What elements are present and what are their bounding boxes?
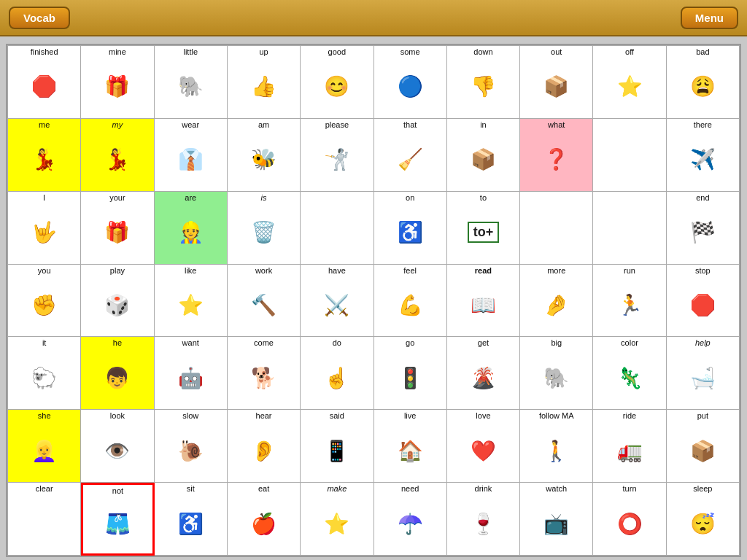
- cell-like[interactable]: like⭐: [155, 265, 228, 338]
- cell-bad[interactable]: bad😩: [667, 46, 740, 119]
- cell-watch[interactable]: watch📺: [520, 483, 593, 556]
- cell-empty3_9[interactable]: [593, 192, 666, 265]
- cell-she[interactable]: she👱‍♀️: [8, 410, 81, 483]
- cell-live[interactable]: live🏠: [374, 410, 447, 483]
- cell-in[interactable]: in📦: [447, 119, 520, 192]
- cell-there[interactable]: there✈️: [667, 119, 740, 192]
- cell-little[interactable]: little🐘: [155, 46, 228, 119]
- cell-wear[interactable]: wear👔: [155, 119, 228, 192]
- cell-icon-come: 🐕: [229, 348, 298, 409]
- cell-icon-sit: ♿: [156, 493, 225, 554]
- cell-is[interactable]: is🗑️: [228, 192, 301, 265]
- cell-icon-your: 🎁: [82, 202, 152, 263]
- cell-empty3_8[interactable]: [520, 192, 593, 265]
- cell-label-turn: turn: [595, 484, 664, 493]
- cell-up[interactable]: up👍: [228, 46, 301, 119]
- menu-button[interactable]: Menu: [681, 7, 738, 29]
- cell-eat[interactable]: eat🍎: [228, 483, 301, 556]
- cell-please[interactable]: please🤺: [301, 119, 374, 192]
- cell-run[interactable]: run🏃: [593, 265, 666, 338]
- cell-label-on: on: [376, 193, 445, 202]
- cell-icon-empty3_9: [595, 193, 664, 263]
- vocab-grid: finished🛑mine🎁little🐘up👍good😊some🔵down👎o…: [7, 45, 740, 556]
- cell-ride[interactable]: ride🚛: [593, 410, 666, 483]
- cell-feel[interactable]: feel💪: [374, 265, 447, 338]
- cell-I[interactable]: I🤟: [8, 192, 81, 265]
- cell-play[interactable]: play🎲: [81, 265, 154, 338]
- cell-icon-there: ✈️: [668, 129, 738, 190]
- cell-label-finished: finished: [9, 47, 79, 56]
- cell-he[interactable]: he👦: [81, 337, 154, 410]
- cell-mine[interactable]: mine🎁: [81, 46, 154, 119]
- cell-come[interactable]: come🐕: [228, 337, 301, 410]
- cell-make[interactable]: make⭐: [301, 483, 374, 556]
- cell-look[interactable]: look👁️: [81, 410, 154, 483]
- cell-icon-little: 🐘: [156, 56, 225, 117]
- cell-your[interactable]: your🎁: [81, 192, 154, 265]
- cell-what[interactable]: what❓: [520, 119, 593, 192]
- cell-have[interactable]: have⚔️: [301, 265, 374, 338]
- cell-are[interactable]: are👷: [155, 192, 228, 265]
- cell-icon-I: 🤟: [9, 202, 79, 263]
- cell-help[interactable]: help🛁: [667, 337, 740, 410]
- cell-follow[interactable]: follow MA🚶: [520, 410, 593, 483]
- cell-to[interactable]: toto+: [447, 192, 520, 265]
- cell-read[interactable]: read📖: [447, 265, 520, 338]
- cell-it[interactable]: it🐑: [8, 337, 81, 410]
- cell-label-bad: bad: [668, 47, 738, 56]
- cell-on[interactable]: on♿: [374, 192, 447, 265]
- cell-said[interactable]: said📱: [301, 410, 374, 483]
- cell-icon-me: 💃: [9, 129, 79, 190]
- cell-icon-said: 📱: [302, 420, 371, 481]
- cell-big[interactable]: big🐘: [520, 337, 593, 410]
- cell-me[interactable]: me💃: [8, 119, 81, 192]
- cell-icon-help: 🛁: [668, 348, 738, 409]
- cell-finished[interactable]: finished🛑: [8, 46, 81, 119]
- cell-color[interactable]: color🦎: [593, 337, 666, 410]
- cell-clear[interactable]: clear: [8, 483, 81, 556]
- cell-my[interactable]: my💃: [81, 119, 154, 192]
- cell-stop[interactable]: stop🛑: [667, 265, 740, 338]
- cell-icon-follow: 🚶: [522, 420, 591, 481]
- cell-end[interactable]: end🏁: [667, 192, 740, 265]
- cell-sit[interactable]: sit♿: [155, 483, 228, 556]
- cell-icon-in: 📦: [449, 129, 518, 190]
- cell-label-little: little: [156, 47, 225, 56]
- cell-do[interactable]: do☝️: [301, 337, 374, 410]
- cell-label-me: me: [9, 120, 79, 129]
- cell-out[interactable]: out📦: [520, 46, 593, 119]
- cell-not[interactable]: not🩳: [81, 483, 154, 556]
- cell-sleep[interactable]: sleep😴: [667, 483, 740, 556]
- cell-hear[interactable]: hear👂: [228, 410, 301, 483]
- cell-good[interactable]: good😊: [301, 46, 374, 119]
- cell-drink[interactable]: drink🍷: [447, 483, 520, 556]
- cell-you[interactable]: you✊: [8, 265, 81, 338]
- vocab-button[interactable]: Vocab: [9, 7, 70, 29]
- cell-icon-some: 🔵: [376, 56, 445, 117]
- cell-need[interactable]: need☂️: [374, 483, 447, 556]
- cell-empty3_5[interactable]: [301, 192, 374, 265]
- cell-want[interactable]: want🤖: [155, 337, 228, 410]
- cell-love[interactable]: love❤️: [447, 410, 520, 483]
- cell-label-to: to: [449, 193, 518, 202]
- cell-turn[interactable]: turn⭕: [593, 483, 666, 556]
- cell-more[interactable]: more🤌: [520, 265, 593, 338]
- cell-icon-do: ☝️: [302, 348, 371, 409]
- cell-label-hear: hear: [229, 411, 298, 420]
- cell-icon-empty3_8: [522, 193, 591, 263]
- cell-work[interactable]: work🔨: [228, 265, 301, 338]
- cell-am[interactable]: am🐝: [228, 119, 301, 192]
- cell-label-make: make: [302, 484, 371, 493]
- cell-slow[interactable]: slow🐌: [155, 410, 228, 483]
- cell-get[interactable]: get🌋: [447, 337, 520, 410]
- cell-that[interactable]: that🧹: [374, 119, 447, 192]
- cell-put[interactable]: put📦: [667, 410, 740, 483]
- cell-label-good: good: [302, 47, 371, 56]
- cell-off[interactable]: off⭐: [593, 46, 666, 119]
- cell-label-feel: feel: [376, 266, 445, 275]
- cell-down[interactable]: down👎: [447, 46, 520, 119]
- cell-empty2_9[interactable]: [593, 119, 666, 192]
- cell-some[interactable]: some🔵: [374, 46, 447, 119]
- cell-label-mine: mine: [82, 47, 152, 56]
- cell-go[interactable]: go🚦: [374, 337, 447, 410]
